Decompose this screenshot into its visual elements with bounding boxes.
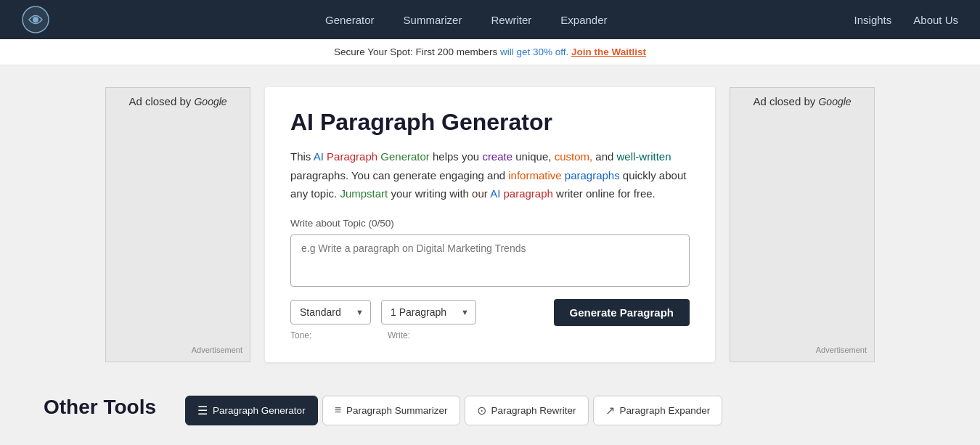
desc-segment-8: create — [482, 150, 513, 163]
desc-segment-9: unique, — [513, 150, 555, 163]
ad-right: Ad closed by Google Advertisement — [730, 87, 875, 362]
center-content: AI Paragraph Generator This AI Paragraph… — [265, 87, 715, 362]
ad-left-google-text: Google — [194, 96, 226, 107]
labels-row: Tone: Write: — [290, 330, 690, 340]
ad-right-google-text: Google — [818, 96, 851, 107]
announcement-highlight: will get 30% off. — [500, 46, 568, 57]
desc-segment-20: our — [472, 187, 488, 200]
navbar: Generator Summarizer Rewriter Expander I… — [0, 0, 980, 39]
paragraph-generator-icon: ☰ — [197, 404, 208, 417]
write-select[interactable]: 1 Paragraph 2 Paragraphs 3 Paragraphs — [381, 300, 476, 324]
tone-select-wrapper: Standard Formal Casual Humorous Emotiona… — [290, 300, 371, 324]
nav-about-us[interactable]: About Us — [913, 14, 958, 26]
ad-right-closed: Ad closed by Google — [753, 95, 851, 107]
tab-paragraph-expander-label: Paragraph Expander — [620, 405, 711, 416]
controls-row: Standard Formal Casual Humorous Emotiona… — [290, 299, 690, 326]
tab-paragraph-rewriter[interactable]: ⊙ Paragraph Rewriter — [465, 396, 589, 425]
topic-label: Write about Topic (0/50) — [290, 218, 690, 229]
desc-segment-14: informative — [508, 169, 561, 181]
desc-segment-4: Paragraph — [327, 150, 377, 163]
desc-segment-1: This — [290, 150, 314, 163]
tab-paragraph-generator-label: Paragraph Generator — [213, 405, 306, 416]
desc-segment-6: Generator — [380, 150, 430, 163]
tone-field-label: Tone: — [290, 330, 377, 340]
ad-left: Ad closed by Google Advertisement — [105, 87, 250, 362]
navbar-center-links: Generator Summarizer Rewriter Expander — [78, 14, 854, 26]
tab-paragraph-summarizer-label: Paragraph Summarizer — [346, 405, 448, 416]
ad-left-label: Advertisement — [192, 346, 242, 354]
logo[interactable] — [22, 6, 49, 33]
navbar-right-links: Insights About Us — [854, 14, 958, 26]
desc-segment-24: paragraph — [504, 187, 553, 200]
ad-left-closed: Ad closed by Google — [128, 95, 226, 107]
desc-segment-22: AI — [490, 187, 500, 200]
description-text: This AI Paragraph Generator helps you cr… — [290, 147, 690, 203]
desc-segment-19: your writing with — [388, 187, 472, 200]
bottom-section: Other Tools ☰ Paragraph Generator ≡ Para… — [0, 377, 980, 446]
write-field-label: Write: — [388, 330, 482, 340]
desc-segment-10: custom, — [555, 150, 593, 163]
ad-right-closed-text: Ad closed by — [753, 95, 815, 107]
desc-segment-12: well-written — [617, 150, 671, 163]
tab-paragraph-rewriter-label: Paragraph Rewriter — [491, 405, 576, 416]
ad-left-closed-text: Ad closed by — [128, 95, 191, 107]
tab-paragraph-expander[interactable]: ↗ Paragraph Expander — [593, 396, 723, 425]
generate-button[interactable]: Generate Paragraph — [554, 299, 690, 326]
desc-segment-16: paragraphs — [565, 169, 620, 181]
page-title: AI Paragraph Generator — [290, 109, 690, 136]
announcement-text: Secure Your Spot: First 200 members — [334, 46, 500, 57]
paragraph-rewriter-icon: ⊙ — [477, 404, 486, 417]
nav-generator[interactable]: Generator — [325, 14, 375, 26]
desc-segment-18: Jumpstart — [340, 187, 388, 200]
paragraph-summarizer-icon: ≡ — [335, 404, 341, 417]
nav-expander[interactable]: Expander — [560, 14, 607, 26]
desc-segment-13: paragraphs. You can generate engaging an… — [290, 169, 508, 181]
announcement-bar: Secure Your Spot: First 200 members will… — [0, 39, 980, 65]
desc-segment-2: AI — [314, 150, 324, 163]
nav-rewriter[interactable]: Rewriter — [491, 14, 531, 26]
desc-segment-11: and — [592, 150, 616, 163]
join-waitlist-link[interactable]: Join the Waitlist — [571, 46, 646, 57]
tab-paragraph-generator[interactable]: ☰ Paragraph Generator — [185, 396, 318, 425]
tone-select[interactable]: Standard Formal Casual Humorous Emotiona… — [290, 300, 371, 324]
svg-point-1 — [33, 17, 38, 23]
ad-right-label: Advertisement — [816, 346, 867, 354]
tools-tabs: ☰ Paragraph Generator ≡ Paragraph Summar… — [185, 396, 722, 425]
nav-insights[interactable]: Insights — [854, 14, 892, 26]
tab-paragraph-summarizer[interactable]: ≡ Paragraph Summarizer — [322, 396, 460, 425]
nav-summarizer[interactable]: Summarizer — [404, 14, 462, 26]
paragraph-expander-icon: ↗ — [605, 404, 615, 417]
main-layout: Ad closed by Google Advertisement AI Par… — [0, 65, 980, 377]
desc-segment-25: writer online for free. — [553, 187, 656, 200]
topic-input[interactable] — [290, 234, 690, 287]
other-tools-title: Other Tools — [44, 396, 156, 419]
write-select-wrapper: 1 Paragraph 2 Paragraphs 3 Paragraphs ▼ — [381, 300, 476, 324]
desc-segment-7: helps you — [430, 150, 483, 163]
